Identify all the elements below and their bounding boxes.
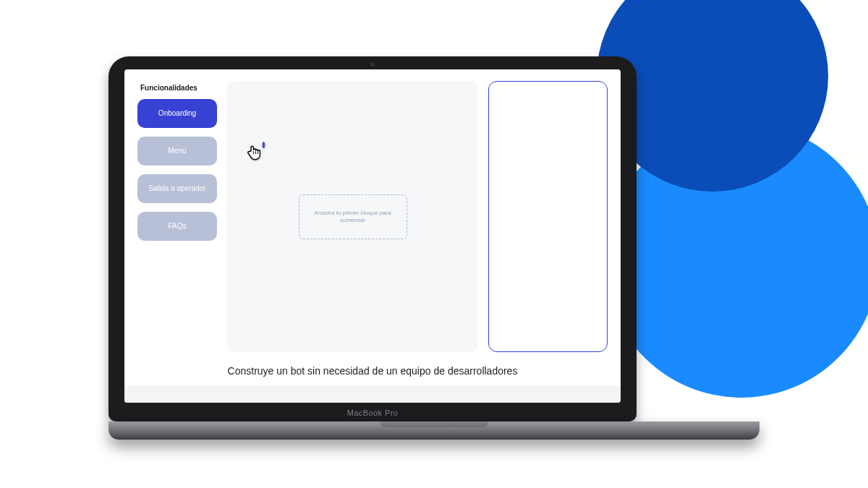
sidebar-title: Funcionalidades — [140, 84, 217, 92]
laptop-brand: MacBook Pro — [347, 408, 398, 417]
fn-item-salida-operador[interactable]: Salida a operador — [137, 174, 217, 203]
footer-spacer — [124, 385, 621, 403]
laptop-base — [109, 421, 760, 440]
builder-canvas[interactable]: Arrastra tu primer bloque para comenzar — [227, 81, 478, 352]
caption-bar: Construye un bot sin necesidad de un equ… — [124, 358, 621, 385]
app-screen: Funcionalidades Onboarding Menú Salida a… — [124, 69, 621, 403]
dropzone[interactable]: Arrastra tu primer bloque para comenzar — [299, 194, 407, 239]
laptop-frame: Funcionalidades Onboarding Menú Salida a… — [109, 56, 760, 440]
fn-item-menu[interactable]: Menú — [137, 137, 217, 166]
sidebar-funcionalidades: Funcionalidades Onboarding Menú Salida a… — [137, 81, 217, 352]
caption: Construye un bot sin necesidad de un equ… — [124, 365, 621, 377]
fn-item-faqs[interactable]: FAQs — [137, 212, 217, 241]
dropzone-text: Arrastra tu primer bloque para comenzar — [313, 210, 393, 224]
fn-item-onboarding[interactable]: Onboarding — [137, 99, 217, 128]
preview-panel — [488, 81, 608, 352]
